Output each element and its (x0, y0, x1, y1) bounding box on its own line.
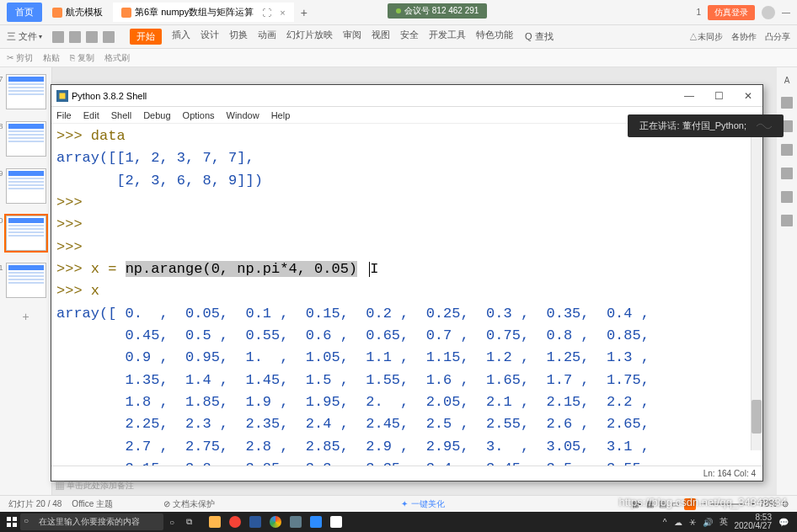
strip-a[interactable]: A (784, 76, 790, 85)
cut-button[interactable]: ✂ 剪切 (7, 52, 33, 64)
tray-ime[interactable]: 英 (719, 516, 728, 528)
win-close-icon[interactable]: ✕ (739, 90, 757, 102)
new-tab-button[interactable]: + (301, 6, 308, 19)
svg-rect-3 (13, 517, 17, 521)
ribbon-tab-insert[interactable]: 插入 (172, 29, 190, 45)
menu-help[interactable]: Help (271, 110, 291, 120)
app-settings[interactable] (286, 513, 305, 530)
protection-status: ⊘ 文档未保护 (163, 498, 215, 510)
taskview-icon[interactable]: ⧉ (180, 513, 197, 530)
slide-thumb-21[interactable]: 21 (6, 263, 46, 298)
search-icon: ○ (24, 516, 29, 525)
file-menu[interactable]: 三 文件▾ (7, 30, 42, 43)
slide-thumb-18[interactable]: 18 (6, 121, 46, 157)
ribbon-tab-view[interactable]: 视图 (372, 29, 390, 45)
app-chrome[interactable] (266, 513, 285, 530)
tab-count: 1 (696, 8, 701, 17)
app-record[interactable] (226, 513, 244, 530)
menu-debug[interactable]: Debug (143, 110, 170, 120)
redo-icon[interactable] (103, 31, 115, 43)
win-maximize-icon[interactable]: ☐ (709, 90, 729, 102)
ribbon-tabs: 开始 插入 设计 切换 动画 幻灯片放映 审阅 视图 安全 开发工具 特色功能 (130, 29, 513, 45)
scrollbar-thumb[interactable] (752, 400, 762, 434)
new-slide-button[interactable]: + (0, 310, 51, 323)
login-button[interactable]: 仿真登录 (708, 5, 755, 20)
strip-icon-3[interactable] (781, 144, 793, 156)
app-python[interactable] (327, 513, 345, 530)
ribbon-search[interactable]: Q 查找 (525, 30, 554, 43)
slide-panel: 1718192021+ (0, 67, 52, 495)
app-zoom[interactable] (307, 513, 325, 530)
strip-icon-5[interactable] (781, 191, 793, 203)
ribbon-tab-devtools[interactable]: 开发工具 (429, 29, 466, 45)
close-icon[interactable]: ⛶ (262, 8, 271, 18)
app-explorer[interactable] (206, 513, 224, 530)
strip-icon-6[interactable] (781, 215, 793, 226)
app-word[interactable] (246, 513, 265, 530)
notification-icon[interactable]: 💬 (778, 518, 789, 527)
svg-rect-2 (7, 517, 11, 521)
tray-wifi-icon[interactable]: ⚹ (689, 517, 696, 527)
tab-numpy-chapter[interactable]: 第6章 numpy数组与矩阵运算⛶× (113, 3, 294, 22)
ribbon-tab-slideshow[interactable]: 幻灯片放映 (286, 29, 333, 45)
speaking-toast: 正在讲话: 董付国_Python; (628, 114, 784, 137)
taskbar-search[interactable]: ○在这里输入你要搜索的内容 (20, 513, 163, 530)
ribbon-tab-design[interactable]: 设计 (201, 29, 219, 45)
menu-options[interactable]: Options (183, 110, 215, 120)
share-button[interactable]: 凸分享 (765, 31, 790, 43)
tab-home[interactable]: 首页 (7, 3, 42, 22)
shell-scrollbar[interactable] (751, 124, 762, 450)
format-painter-button[interactable]: 格式刷 (104, 52, 130, 64)
collab-button[interactable]: 各协作 (731, 31, 757, 43)
slide-number: 17 (0, 75, 3, 83)
tray-cloud-icon[interactable]: ☁ (674, 518, 682, 527)
ribbon-tab-security[interactable]: 安全 (400, 29, 419, 45)
copy-button[interactable]: ⎘ 复制 (70, 52, 94, 64)
tab-template[interactable]: 航壳模板 (44, 3, 111, 22)
menu-file[interactable]: File (56, 110, 72, 120)
shell-statusbar: Ln: 164 Col: 4 (51, 466, 762, 481)
theme-name: Office 主题 (72, 498, 113, 510)
ribbon-tab-review[interactable]: 审阅 (343, 29, 361, 45)
wps-icon (52, 8, 62, 18)
paste-button[interactable]: 粘贴 (43, 52, 60, 64)
start-button[interactable] (3, 513, 20, 530)
ribbon-tab-animation[interactable]: 动画 (258, 29, 276, 45)
print-icon[interactable] (69, 31, 81, 43)
sync-status[interactable]: △未同步 (689, 31, 723, 43)
slide-thumb-20[interactable]: 20 (6, 215, 46, 251)
shell-content[interactable]: >>> dataarray([[1, 2, 3, 7, 7], [2, 3, 6… (51, 124, 762, 466)
tray-up-icon[interactable]: ^ (663, 518, 667, 527)
system-tray: ^ ☁ ⚹ 🔊 英 8:53 2020/4/27 💬 (663, 513, 794, 530)
svg-rect-1 (60, 93, 66, 98)
svg-rect-4 (7, 523, 11, 527)
ribbon-tab-transition[interactable]: 切换 (229, 29, 248, 45)
menu-shell[interactable]: Shell (111, 110, 131, 120)
strip-icon-1[interactable] (781, 97, 793, 109)
meeting-badge[interactable]: 会议号 812 462 291 (388, 3, 487, 19)
cursor-position: Ln: 164 Col: 4 (703, 469, 756, 478)
python-icon (56, 90, 68, 102)
minimize-icon[interactable]: — (782, 8, 790, 17)
win-minimize-icon[interactable]: — (679, 90, 699, 102)
notes-hint[interactable]: ▦ 单击此处添加备注 (52, 480, 763, 492)
tray-volume-icon[interactable]: 🔊 (703, 518, 713, 527)
beautify-button[interactable]: ✦ 一键美化 (401, 498, 445, 510)
clock[interactable]: 8:53 2020/4/27 (735, 513, 773, 530)
ribbon-tab-start[interactable]: 开始 (130, 29, 162, 45)
shell-titlebar[interactable]: Python 3.8.2 Shell — ☐ ✕ (51, 85, 762, 107)
undo-icon[interactable] (86, 31, 98, 43)
tab-close-icon[interactable]: × (280, 8, 285, 18)
strip-icon-4[interactable] (781, 168, 793, 179)
save-icon[interactable] (52, 31, 64, 43)
avatar[interactable] (762, 6, 775, 19)
slide-thumb-17[interactable]: 17 (6, 74, 46, 109)
wave-icon (757, 121, 772, 131)
cortana-icon[interactable]: ○ (163, 513, 180, 530)
menu-edit[interactable]: Edit (83, 110, 99, 120)
slide-number: 18 (0, 122, 3, 130)
svg-rect-5 (13, 523, 17, 527)
menu-window[interactable]: Window (227, 110, 259, 120)
ribbon-tab-features[interactable]: 特色功能 (476, 29, 513, 45)
slide-thumb-19[interactable]: 19 (6, 168, 46, 204)
